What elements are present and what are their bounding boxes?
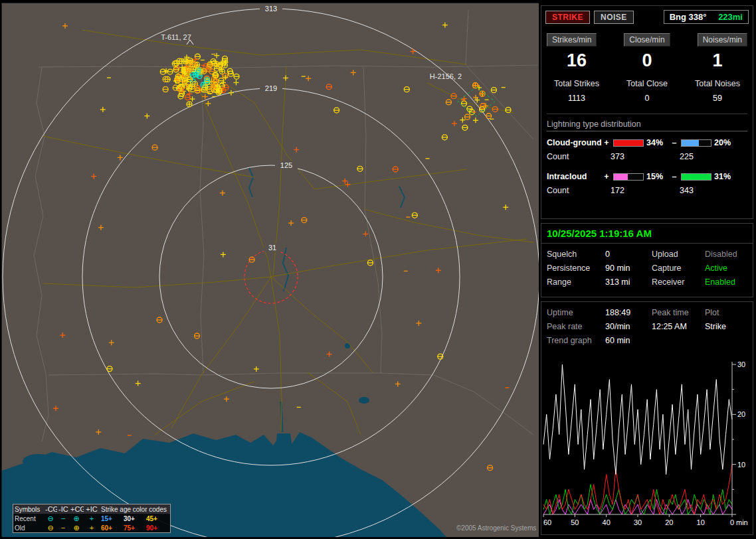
plus-sign: + bbox=[603, 138, 611, 147]
status-grid: Uptime 188:49 Peak time Plot Peak rate 3… bbox=[541, 302, 753, 345]
persistence-value: 90 min bbox=[605, 264, 652, 273]
legend-header-cg-minus: -CG bbox=[44, 504, 57, 514]
svg-text:40: 40 bbox=[603, 518, 611, 526]
plot-label: Plot bbox=[705, 308, 747, 317]
ring-label-313: 313 bbox=[265, 5, 277, 13]
peak-rate-value: 30/min bbox=[605, 322, 652, 331]
svg-text:30: 30 bbox=[737, 360, 745, 368]
svg-text:0: 0 bbox=[730, 518, 734, 526]
cg-minus-gauge bbox=[681, 139, 711, 147]
copyright-text: ©2005 Astrogenic Systems bbox=[456, 524, 536, 532]
svg-text:50: 50 bbox=[571, 518, 579, 526]
map-canvas: 313 219 125 31 T-611, 27 H-2156, 2 bbox=[2, 3, 539, 537]
legend-header-age: Strike age color codes bbox=[100, 504, 170, 514]
ic-plus-count: 172 bbox=[611, 186, 680, 195]
plus-sign: + bbox=[603, 172, 611, 181]
ic-plus-gauge bbox=[613, 173, 644, 181]
storm-cell-label-1: T-611, 27 bbox=[161, 33, 191, 41]
intracloud-count-row: Count 172 343 bbox=[547, 186, 747, 195]
strikes-per-min-button[interactable]: Strikes/min bbox=[547, 33, 597, 46]
cg-plus-percent: 34% bbox=[646, 138, 670, 147]
ic-plus-percent: 15% bbox=[646, 172, 670, 181]
bearing-distance: 223mi bbox=[718, 12, 743, 22]
range-label: Range bbox=[547, 277, 605, 287]
close-per-min-button[interactable]: Close/min bbox=[624, 33, 670, 46]
noises-per-min-value: 1 bbox=[682, 46, 753, 71]
trend-graph: 3020106050403020100min bbox=[542, 360, 753, 532]
statistics-box: STRIKE NOISE Bng 338° 223mi Strikes/min … bbox=[541, 5, 753, 219]
lightning-map[interactable]: 313 219 125 31 T-611, 27 H-2156, 2 Symbo… bbox=[1, 3, 538, 536]
minus-sign: – bbox=[670, 172, 678, 181]
count-label: Count bbox=[547, 186, 611, 195]
cloud-ground-row: Cloud-ground + 34% – 20% bbox=[547, 138, 747, 147]
peak-time-label: Peak time bbox=[652, 308, 705, 317]
bearing-display: Bng 338° 223mi bbox=[664, 10, 749, 24]
svg-text:10: 10 bbox=[737, 461, 745, 469]
settings-grid: Squelch 0 Upload Disabled Persistence 90… bbox=[541, 244, 753, 287]
close-per-min-value: 0 bbox=[612, 46, 682, 71]
minus-sign: – bbox=[670, 138, 678, 147]
ic-minus-gauge bbox=[681, 173, 711, 181]
strikes-per-min-value: 16 bbox=[541, 46, 612, 71]
svg-text:20: 20 bbox=[665, 518, 673, 526]
ic-minus-old-icon: − bbox=[57, 523, 69, 532]
ring-label-125: 125 bbox=[280, 161, 292, 169]
ic-plus-recent-icon: + bbox=[84, 514, 100, 523]
svg-text:60: 60 bbox=[543, 518, 551, 526]
cloud-ground-count-row: Count 373 225 bbox=[547, 152, 747, 161]
noises-per-min-button[interactable]: Noises/min bbox=[698, 33, 747, 46]
trend-box: Uptime 188:49 Peak time Plot Peak rate 3… bbox=[541, 301, 753, 535]
total-close-value: 0 bbox=[612, 88, 682, 103]
datetime-display: 10/25/2025 1:19:16 AM bbox=[541, 224, 753, 244]
legend-header-cg-plus: +CG bbox=[69, 504, 84, 514]
intracloud-label: Intracloud bbox=[547, 172, 603, 181]
cloud-ground-label: Cloud-ground bbox=[547, 138, 603, 147]
legend-row-recent-label: Recent bbox=[13, 514, 44, 523]
squelch-value: 0 bbox=[605, 250, 652, 259]
total-noises-label: Total Noises bbox=[682, 71, 753, 88]
strike-view-button[interactable]: STRIKE bbox=[545, 11, 590, 24]
cg-minus-old-icon: ⊖ bbox=[44, 523, 57, 532]
cg-plus-gauge bbox=[613, 139, 644, 147]
info-panel: STRIKE NOISE Bng 338° 223mi Strikes/min … bbox=[539, 0, 755, 539]
peak-time-value: 12:25 AM bbox=[652, 322, 705, 331]
age-60: 60+ bbox=[100, 523, 122, 532]
cg-minus-recent-icon: ⊖ bbox=[44, 514, 57, 523]
legend-header-ic-minus: -IC bbox=[57, 504, 69, 514]
noise-view-button[interactable]: NOISE bbox=[594, 11, 634, 24]
age-90: 90+ bbox=[145, 523, 170, 532]
storm-cell-label-2: H-2156, 2 bbox=[430, 72, 462, 80]
trend-graph-window: 60 min bbox=[605, 336, 652, 345]
count-label: Count bbox=[547, 152, 611, 161]
intracloud-row: Intracloud + 15% – 31% bbox=[547, 172, 747, 181]
age-15: 15+ bbox=[100, 514, 122, 523]
map-legend: Symbols -CG -IC +CG +IC Strike age color… bbox=[13, 504, 171, 533]
uptime-value: 188:49 bbox=[605, 308, 652, 317]
cg-plus-recent-icon: ⊕ bbox=[69, 514, 84, 523]
total-strikes-label: Total Strikes bbox=[541, 71, 612, 88]
cg-minus-count: 225 bbox=[680, 152, 747, 161]
legend-header-symbols: Symbols bbox=[13, 504, 44, 514]
range-value: 313 mi bbox=[605, 277, 652, 287]
ring-label-219: 219 bbox=[265, 84, 277, 92]
settings-box: 10/25/2025 1:19:16 AM Squelch 0 Upload D… bbox=[541, 223, 753, 297]
receiver-label: Receiver bbox=[652, 277, 705, 287]
receiver-status: Enabled bbox=[705, 277, 747, 287]
cg-plus-count: 373 bbox=[611, 152, 680, 161]
distribution-title: Lightning type distribution bbox=[547, 114, 747, 131]
cg-minus-percent: 20% bbox=[714, 138, 738, 147]
ring-label-31: 31 bbox=[268, 244, 276, 252]
svg-text:20: 20 bbox=[737, 410, 745, 418]
trend-graph-label: Trend graph bbox=[547, 336, 605, 345]
svg-text:30: 30 bbox=[634, 518, 642, 526]
total-close-label: Total Close bbox=[612, 71, 682, 88]
plot-value: Strike bbox=[705, 322, 747, 331]
peak-rate-label: Peak rate bbox=[547, 322, 605, 331]
svg-text:min: min bbox=[736, 518, 748, 526]
age-45: 45+ bbox=[145, 514, 170, 523]
ic-minus-count: 343 bbox=[680, 186, 747, 195]
legend-row-old-label: Old bbox=[13, 523, 44, 532]
upload-label: Upload bbox=[652, 250, 705, 259]
bearing-value: Bng 338° bbox=[670, 12, 707, 22]
age-30: 30+ bbox=[122, 514, 145, 523]
